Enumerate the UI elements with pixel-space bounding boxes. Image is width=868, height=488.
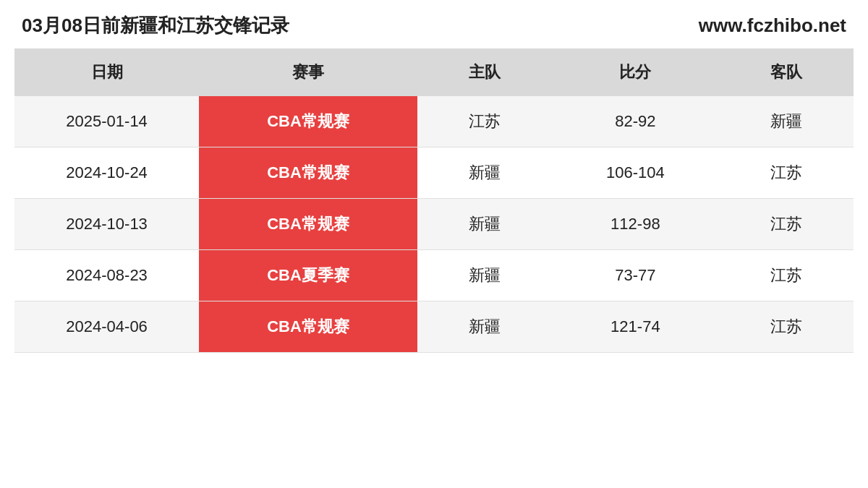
col-header-date: 日期 [14, 48, 199, 96]
cell-home: 江苏 [417, 96, 552, 147]
col-header-away: 客队 [719, 48, 854, 96]
cell-event: CBA常规赛 [199, 199, 417, 250]
cell-date: 2024-10-13 [14, 199, 199, 250]
cell-away: 新疆 [719, 96, 854, 147]
col-header-score: 比分 [551, 48, 719, 96]
page-title: 03月08日前新疆和江苏交锋记录 [22, 13, 289, 38]
cell-home: 新疆 [417, 147, 552, 199]
table-row: 2024-10-24CBA常规赛新疆106-104江苏 [14, 147, 854, 199]
col-header-event: 赛事 [199, 48, 417, 96]
page-container: 03月08日前新疆和江苏交锋记录 www.fczhibo.net 日期 赛事 主… [0, 0, 868, 488]
cell-score: 73-77 [551, 250, 719, 301]
cell-home: 新疆 [417, 301, 552, 353]
table-header-row: 日期 赛事 主队 比分 客队 [14, 48, 854, 96]
cell-score: 112-98 [551, 199, 719, 250]
cell-home: 新疆 [417, 199, 552, 250]
cell-away: 江苏 [719, 199, 854, 250]
table-row: 2024-10-13CBA常规赛新疆112-98江苏 [14, 199, 854, 250]
cell-away: 江苏 [719, 250, 854, 301]
cell-date: 2024-08-23 [14, 250, 199, 301]
cell-date: 2024-10-24 [14, 147, 199, 199]
cell-event: CBA夏季赛 [199, 250, 417, 301]
col-header-home: 主队 [417, 48, 552, 96]
cell-date: 2024-04-06 [14, 301, 199, 353]
records-table: 日期 赛事 主队 比分 客队 2025-01-14CBA常规赛江苏82-92新疆… [14, 48, 854, 353]
cell-home: 新疆 [417, 250, 552, 301]
table-row: 2024-04-06CBA常规赛新疆121-74江苏 [14, 301, 854, 353]
cell-date: 2025-01-14 [14, 96, 199, 147]
cell-event: CBA常规赛 [199, 147, 417, 199]
table-wrapper: 日期 赛事 主队 比分 客队 2025-01-14CBA常规赛江苏82-92新疆… [0, 48, 868, 488]
table-row: 2024-08-23CBA夏季赛新疆73-77江苏 [14, 250, 854, 301]
cell-away: 江苏 [719, 301, 854, 353]
cell-event: CBA常规赛 [199, 301, 417, 353]
cell-score: 121-74 [551, 301, 719, 353]
cell-score: 106-104 [551, 147, 719, 199]
table-row: 2025-01-14CBA常规赛江苏82-92新疆 [14, 96, 854, 147]
website-label: www.fczhibo.net [699, 14, 846, 37]
top-bar: 03月08日前新疆和江苏交锋记录 www.fczhibo.net [0, 0, 868, 48]
cell-event: CBA常规赛 [199, 96, 417, 147]
cell-score: 82-92 [551, 96, 719, 147]
cell-away: 江苏 [719, 147, 854, 199]
